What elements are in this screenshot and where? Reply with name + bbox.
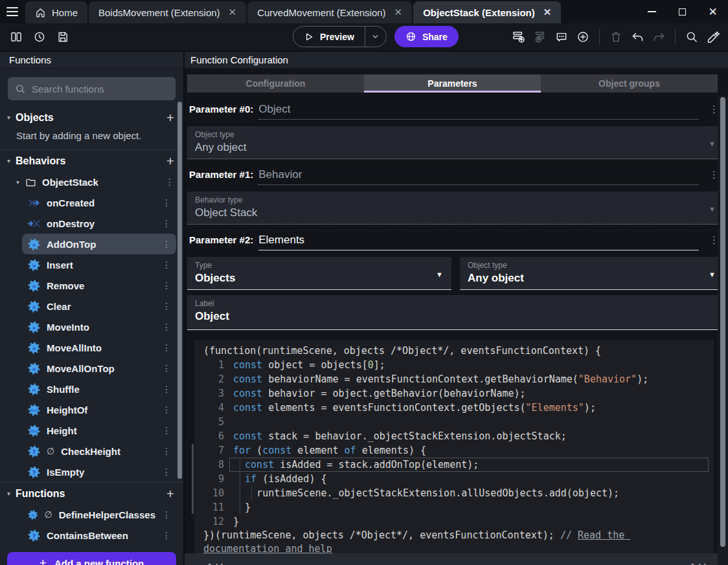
- kebab-menu-icon[interactable]: ⋮: [162, 531, 171, 540]
- function-item-definehelperclasses[interactable]: »∅DefineHelperClasses⋮: [22, 504, 176, 525]
- preview-button[interactable]: Preview: [293, 32, 365, 42]
- behavior-group-objectstack[interactable]: ▾ ObjectStack ⋮: [0, 172, 183, 192]
- kebab-menu-icon[interactable]: ⋮: [165, 177, 174, 186]
- function-item-insert[interactable]: »Insert⋮: [22, 254, 176, 275]
- function-item-remove[interactable]: »Remove⋮: [22, 275, 176, 296]
- parameter-name-field[interactable]: Object: [258, 103, 699, 120]
- add-comment-button[interactable]: [553, 28, 570, 45]
- search-events-button[interactable]: [683, 28, 700, 45]
- editor-left-handle[interactable]: [192, 444, 194, 514]
- function-item-moveallinto[interactable]: »MoveAllInto⋮: [22, 337, 176, 358]
- kebab-menu-icon[interactable]: ⋮: [162, 405, 171, 414]
- main-scrollbar-track[interactable]: [718, 96, 728, 565]
- search-input[interactable]: [32, 83, 168, 94]
- function-item-ondestroy[interactable]: onDestroy⋮: [22, 213, 176, 234]
- close-tab-icon[interactable]: ✕: [226, 6, 237, 18]
- code-line-11[interactable]: 11 }: [201, 500, 711, 515]
- search-functions-box[interactable]: [8, 77, 176, 100]
- type-select[interactable]: Type Objects ▼: [187, 257, 451, 290]
- function-item-moveallontop[interactable]: »MoveAllOnTop⋮: [22, 358, 176, 379]
- sidebar-scrollbar[interactable]: [177, 102, 182, 479]
- code-line-10[interactable]: 10 runtimeScene._objectStackExtension.al…: [201, 486, 711, 500]
- kebab-menu-icon[interactable]: ⋮: [162, 260, 171, 269]
- save-button[interactable]: [54, 28, 71, 45]
- code-line-5[interactable]: 5: [201, 415, 711, 429]
- function-item-clear[interactable]: »Clear⋮: [22, 296, 176, 316]
- tab-configuration[interactable]: Configuration: [187, 74, 364, 93]
- add-element-button[interactable]: [574, 28, 591, 45]
- code-line-2[interactable]: 2const behaviorName = eventsFunctionCont…: [201, 372, 711, 386]
- parameter-name-field[interactable]: Behavior: [258, 168, 699, 185]
- kebab-menu-icon[interactable]: ⋮: [162, 219, 171, 228]
- kebab-menu-icon[interactable]: ⋮: [162, 426, 171, 435]
- kebab-menu-icon[interactable]: ⋮: [162, 322, 171, 331]
- kebab-menu-icon[interactable]: ⋮: [162, 447, 171, 456]
- tab-curvedmovement[interactable]: CurvedMovement (Extension) ✕: [247, 1, 412, 23]
- undo-button[interactable]: [629, 28, 646, 45]
- kebab-menu-icon[interactable]: ⋮: [162, 467, 171, 476]
- main-menu-button[interactable]: [0, 0, 25, 23]
- code-line-6[interactable]: 6const stack = behavior._objectStackExte…: [201, 429, 711, 443]
- code-line-9[interactable]: 9 if (isAdded) {: [201, 472, 711, 486]
- tab-objectstack[interactable]: ObjectStack (Extension) ✕: [413, 1, 561, 23]
- kebab-menu-icon[interactable]: ⋮: [162, 364, 171, 373]
- share-button[interactable]: Share: [394, 26, 459, 47]
- function-item-heightof[interactable]: f(x)HeightOf⋮: [22, 399, 176, 420]
- main-scrollbar-thumb[interactable]: [720, 97, 725, 547]
- kebab-menu-icon[interactable]: ⋮: [162, 281, 171, 290]
- history-button[interactable]: [31, 28, 48, 45]
- parameter-name-field[interactable]: Elements: [258, 234, 699, 250]
- code-line-7[interactable]: 7for (const element of elements) {: [201, 443, 711, 458]
- clipped-add-button[interactable]: Add: [207, 562, 223, 565]
- code-line-1[interactable]: 1const object = objects[0];: [201, 358, 711, 372]
- label-field[interactable]: Label Object: [187, 295, 724, 330]
- add-function-plus-button[interactable]: +: [166, 487, 174, 500]
- function-item-addontop[interactable]: »AddOnTop⋮: [22, 234, 176, 254]
- tab-object-groups[interactable]: Object groups: [541, 74, 718, 93]
- function-item-oncreated[interactable]: onCreated⋮: [22, 192, 176, 213]
- code-line-3[interactable]: 3const behavior = object.getBehavior(beh…: [201, 386, 711, 401]
- add-new-function-button[interactable]: + Add a new function: [7, 552, 176, 565]
- maximize-button[interactable]: [667, 0, 698, 23]
- project-manager-button[interactable]: [8, 28, 25, 45]
- preview-split-button[interactable]: Preview: [293, 26, 387, 47]
- tab-boidsmovement[interactable]: BoidsMovement (Extension) ✕: [89, 1, 246, 23]
- object-type-select[interactable]: Object type Any object ▼: [187, 126, 724, 159]
- kebab-menu-icon[interactable]: ⋮: [162, 384, 171, 393]
- close-button[interactable]: ✕: [698, 0, 728, 23]
- code-line-12[interactable]: 12}: [201, 515, 711, 529]
- section-functions[interactable]: ▾ Functions +: [0, 483, 183, 504]
- object-type-select-2[interactable]: Object type Any object ▼: [460, 257, 724, 290]
- section-behaviors[interactable]: ▾ Behaviors +: [0, 150, 183, 172]
- minimize-button[interactable]: [637, 0, 667, 23]
- clipped-add-button[interactable]: Add: [690, 562, 706, 565]
- kebab-menu-icon[interactable]: ⋮: [162, 302, 171, 311]
- code-line-4[interactable]: 4const elements = eventsFunctionContext.…: [201, 401, 711, 415]
- code-line-8[interactable]: 8 const isAdded = stack.addOnTop(element…: [201, 458, 711, 472]
- function-item-moveinto[interactable]: »MoveInto⋮: [22, 316, 176, 337]
- add-subevent-button[interactable]: [532, 28, 549, 45]
- add-event-button[interactable]: [510, 28, 527, 45]
- tab-home[interactable]: Home: [25, 1, 87, 23]
- behavior-type-select[interactable]: Behavior type Object Stack ▼: [187, 192, 724, 225]
- kebab-menu-icon[interactable]: ⋮: [162, 343, 171, 352]
- kebab-menu-icon[interactable]: ⋮: [162, 510, 171, 519]
- close-tab-icon[interactable]: ✕: [392, 6, 403, 18]
- add-behavior-button[interactable]: +: [166, 154, 174, 168]
- function-item-isempty[interactable]: ?IsEmpty⋮: [22, 461, 176, 482]
- close-tab-icon[interactable]: ✕: [541, 6, 552, 18]
- function-item-height[interactable]: f(x)Height⋮: [22, 420, 176, 441]
- add-object-button[interactable]: +: [166, 111, 174, 124]
- function-item-checkheight[interactable]: ?∅CheckHeight⋮: [22, 441, 176, 461]
- kebab-menu-icon[interactable]: ⋮: [162, 198, 171, 207]
- function-item-containsbetween[interactable]: ?ContainsBetween⋮: [22, 525, 176, 546]
- section-objects[interactable]: ▾ Objects +: [0, 107, 183, 128]
- delete-button[interactable]: [608, 28, 624, 45]
- tab-parameters[interactable]: Parameters: [364, 74, 541, 93]
- function-item-shuffle[interactable]: »Shuffle⋮: [22, 379, 176, 399]
- redo-button[interactable]: [650, 28, 667, 45]
- preview-options-button[interactable]: [365, 32, 386, 41]
- edit-extension-button[interactable]: [705, 28, 722, 45]
- javascript-code-editor[interactable]: (function(runtimeScene, objects /*Object…: [194, 340, 714, 565]
- kebab-menu-icon[interactable]: ⋮: [162, 239, 171, 249]
